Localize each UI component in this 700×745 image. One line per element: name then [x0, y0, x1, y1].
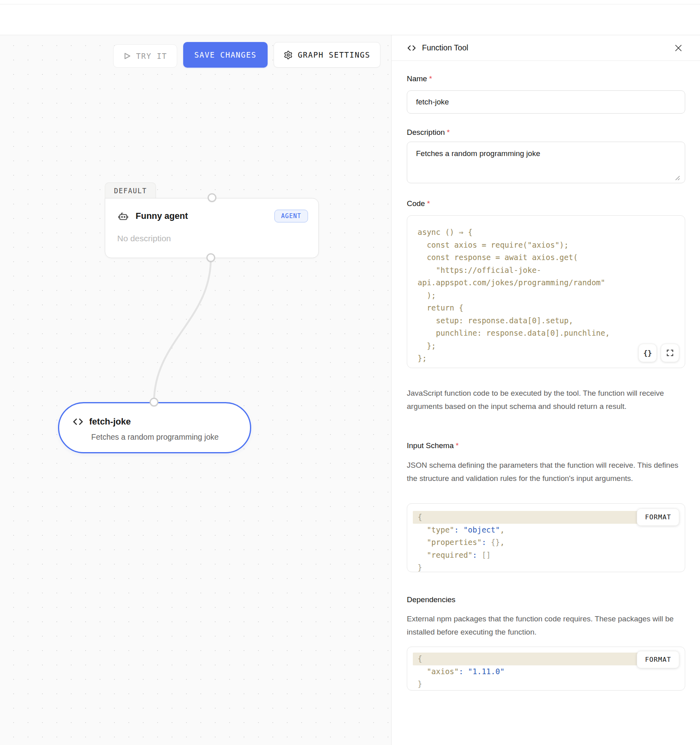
format-dependencies-button[interactable]: FORMAT — [637, 651, 679, 668]
code-icon — [407, 44, 416, 52]
required-asterisk: * — [429, 74, 432, 83]
code-icon — [72, 417, 84, 427]
input-schema-help-text: JSON schema defining the parameters that… — [407, 459, 687, 485]
tool-node-title: fetch-joke — [89, 417, 131, 427]
agent-node-output-handle[interactable] — [206, 253, 215, 262]
save-changes-button[interactable]: SAVE CHANGES — [183, 42, 268, 68]
tool-node-input-handle[interactable] — [150, 398, 158, 407]
tool-node-fetch-joke[interactable]: fetch-joke Fetches a random programming … — [58, 402, 251, 453]
top-bar — [0, 0, 700, 35]
required-asterisk: * — [427, 199, 430, 208]
group-tab-default[interactable]: DEFAULT — [105, 182, 156, 198]
panel-title: Function Tool — [422, 43, 468, 52]
group-tab-label: DEFAULT — [114, 187, 147, 195]
required-asterisk: * — [447, 128, 450, 136]
edge-agent-to-tool — [0, 35, 391, 745]
function-tool-panel: Function Tool Name* Description* Fetches… — [391, 35, 700, 745]
app-window: TRY IT SAVE CHANGES GRAPH SETTINGS DEFAU… — [0, 0, 700, 745]
tool-node-description: Fetches a random programming joke — [91, 433, 219, 442]
agent-node[interactable]: Funny agent AGENT No description — [105, 198, 319, 258]
top-divider — [0, 4, 700, 4]
description-label: Description* — [407, 128, 450, 137]
play-icon — [123, 52, 131, 60]
tool-node-header: fetch-joke — [72, 417, 131, 427]
save-changes-label: SAVE CHANGES — [194, 50, 256, 59]
format-braces-button[interactable]: {} — [638, 344, 657, 362]
agent-node-header: Funny agent AGENT — [117, 210, 308, 222]
code-label: Code* — [407, 199, 430, 208]
code-help-text: JavaScript function code to be executed … — [407, 387, 687, 413]
format-schema-button[interactable]: FORMAT — [637, 509, 679, 526]
try-it-button[interactable]: TRY IT — [113, 44, 177, 68]
graph-settings-button[interactable]: GRAPH SETTINGS — [274, 42, 380, 68]
name-input[interactable] — [407, 90, 685, 114]
input-schema-label: Input Schema* — [407, 441, 459, 450]
agent-node-title: Funny agent — [136, 211, 188, 221]
gear-icon — [284, 50, 293, 60]
agent-type-badge: AGENT — [274, 210, 308, 222]
code-editor[interactable]: async () ⇒ { const axios = require("axio… — [407, 215, 685, 368]
graph-settings-label: GRAPH SETTINGS — [298, 50, 370, 59]
expand-editor-button[interactable] — [661, 344, 679, 362]
graph-canvas[interactable]: TRY IT SAVE CHANGES GRAPH SETTINGS DEFAU… — [0, 35, 391, 745]
curly-braces-icon: {} — [643, 349, 652, 357]
dependencies-editor[interactable]: { "axios": "1.11.0"} FORMAT — [407, 647, 685, 691]
robot-icon — [117, 210, 129, 222]
dependencies-label: Dependencies — [407, 595, 455, 604]
try-it-label: TRY IT — [136, 52, 167, 60]
agent-node-input-handle[interactable] — [208, 193, 216, 202]
description-textarea[interactable]: Fetches a random programming joke — [407, 142, 685, 183]
input-schema-editor[interactable]: { "type": "object", "properties": {}, "r… — [407, 503, 685, 572]
close-panel-button[interactable] — [672, 42, 685, 54]
panel-header: Function Tool — [392, 35, 700, 61]
expand-icon — [666, 349, 674, 356]
agent-node-description: No description — [117, 234, 171, 243]
dependencies-help-text: External npm packages that the function … — [407, 612, 687, 639]
name-label: Name* — [407, 74, 432, 83]
required-asterisk: * — [456, 441, 458, 450]
